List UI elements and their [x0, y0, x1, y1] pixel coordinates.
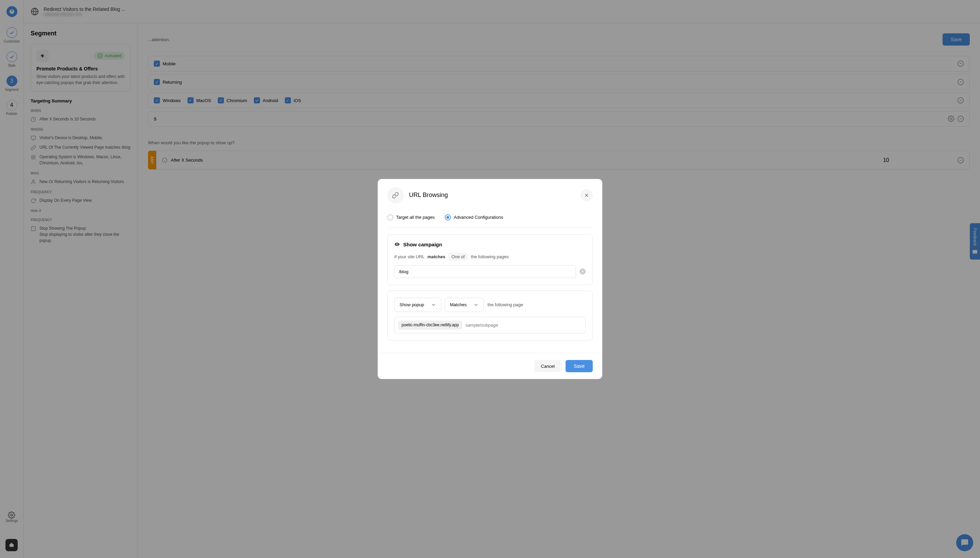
url-browsing-modal: URL Browsing Target all the pages Advanc… — [378, 179, 602, 379]
modal-save-button[interactable]: Save — [566, 360, 593, 372]
radio-target-all[interactable]: Target all the pages — [387, 214, 435, 220]
remove-url-button[interactable]: ✕ — [579, 268, 586, 274]
show-campaign-card: Show campaign if your site URL matches O… — [387, 235, 593, 285]
link-icon — [387, 187, 404, 204]
chevron-down-icon — [431, 302, 436, 308]
eye-icon — [394, 241, 400, 247]
show-popup-card: Show popup Matches the following page po… — [387, 290, 593, 341]
modal-overlay: URL Browsing Target all the pages Advanc… — [0, 0, 980, 558]
subpage-input[interactable] — [466, 323, 582, 328]
show-campaign-title: Show campaign — [403, 241, 442, 247]
radio-advanced[interactable]: Advanced Configurations — [445, 214, 503, 220]
cancel-button[interactable]: Cancel — [534, 360, 561, 372]
modal-title: URL Browsing — [409, 192, 448, 199]
domain-input-row[interactable]: poetic-muffin-cbc3ee.netlify.app — [394, 317, 586, 334]
blog-url-input[interactable] — [394, 265, 576, 278]
following-page-text: the following page — [487, 302, 523, 307]
show-popup-dropdown[interactable]: Show popup — [394, 298, 442, 312]
close-button[interactable] — [581, 189, 593, 202]
matches-dropdown[interactable]: Matches — [445, 298, 484, 312]
one-of-pill[interactable]: One of — [448, 253, 468, 261]
domain-chip: poetic-muffin-cbc3ee.netlify.app — [398, 320, 462, 330]
chevron-down-icon — [473, 302, 479, 308]
